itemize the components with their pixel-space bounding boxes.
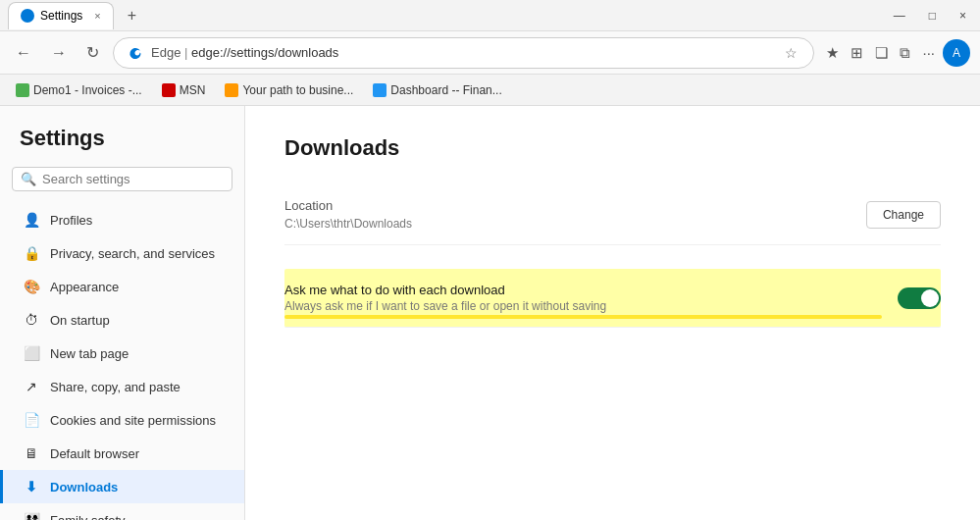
more-menu-icon[interactable]: ···	[918, 40, 939, 65]
search-box[interactable]: 🔍	[12, 167, 232, 191]
toolbar-icons: ★ ⊞ ❏ ⧉ ··· A	[822, 39, 970, 67]
maximize-button[interactable]: □	[923, 7, 942, 25]
titlebar-left: Settings × +	[8, 2, 142, 29]
sidebar-item-cookies[interactable]: 📄Cookies and site permissions	[0, 403, 244, 437]
sidebar-item-label-appearance: Appearance	[50, 280, 119, 294]
location-row: Location C:\Users\thtr\Downloads Change	[284, 184, 941, 245]
address-separator: |	[184, 45, 191, 60]
search-icon: 🔍	[21, 172, 36, 186]
minimize-button[interactable]: —	[888, 7, 911, 25]
sidebar-item-appearance[interactable]: 🎨Appearance	[0, 270, 244, 303]
bookmark-favicon	[162, 83, 176, 97]
profile-avatar[interactable]: A	[943, 39, 970, 67]
bookmark-favicon	[225, 83, 238, 97]
bookmark-item[interactable]: MSN	[154, 80, 214, 100]
cookies-icon: 📄	[23, 411, 40, 429]
edge-logo-icon	[128, 45, 143, 61]
bookmark-favicon	[373, 83, 387, 97]
family-icon: 👨‍👩‍👧	[23, 511, 40, 520]
location-label: Location	[284, 198, 866, 213]
back-button[interactable]: ←	[10, 40, 37, 66]
bookmark-label: Dashboard -- Finan...	[390, 83, 501, 97]
ask-me-toggle[interactable]	[898, 287, 941, 309]
sidebar: Settings 🔍 👤Profiles🔒Privacy, search, an…	[0, 106, 245, 520]
bookmark-item[interactable]: Dashboard -- Finan...	[365, 80, 509, 100]
address-path: settings/downloads	[231, 45, 339, 60]
new-tab-button[interactable]: +	[122, 5, 142, 26]
sidebar-item-label-privacy: Privacy, search, and services	[50, 246, 215, 261]
collections-icon[interactable]: ⊞	[847, 40, 867, 66]
sidebar-item-share[interactable]: ↗Share, copy, and paste	[0, 370, 244, 403]
bookmark-item[interactable]: Your path to busine...	[217, 80, 361, 100]
content-area: Downloads Location C:\Users\thtr\Downloa…	[245, 106, 980, 520]
location-left: Location C:\Users\thtr\Downloads	[284, 198, 866, 231]
sidebar-toggle-icon[interactable]: ❏	[871, 40, 892, 66]
sidebar-item-label-share: Share, copy, and paste	[50, 380, 181, 394]
ask-section: Ask me what to do with each download Alw…	[284, 269, 941, 328]
bookmarks-bar: Demo1 - Invoices -...MSNYour path to bus…	[0, 75, 980, 106]
sidebar-item-profiles[interactable]: 👤Profiles	[0, 203, 244, 236]
address-url: edge://	[191, 45, 231, 60]
star-icon[interactable]: ☆	[783, 43, 799, 63]
sidebar-item-label-cookies: Cookies and site permissions	[50, 413, 216, 428]
tab-close-icon[interactable]: ×	[94, 10, 100, 22]
titlebar: Settings × + — □ ×	[0, 0, 980, 31]
close-button[interactable]: ×	[954, 7, 972, 25]
sidebar-item-newtab[interactable]: ⬜New tab page	[0, 337, 244, 370]
appearance-icon: 🎨	[23, 278, 40, 295]
sidebar-item-privacy[interactable]: 🔒Privacy, search, and services	[0, 236, 244, 270]
addressbar: ← → ↻ Edge | edge://settings/downloads ☆…	[0, 31, 980, 75]
downloads-icon: ⬇	[23, 478, 40, 495]
toggle-container	[898, 287, 941, 309]
sidebar-item-family[interactable]: 👨‍👩‍👧Family safety	[0, 503, 244, 520]
address-box[interactable]: Edge | edge://settings/downloads ☆	[113, 37, 814, 69]
bookmark-item[interactable]: Demo1 - Invoices -...	[8, 80, 150, 100]
highlight-underline	[284, 315, 882, 319]
sidebar-item-label-browser: Default browser	[50, 446, 139, 461]
forward-button[interactable]: →	[45, 40, 73, 66]
sidebar-title: Settings	[0, 114, 244, 167]
profiles-icon: 👤	[23, 211, 40, 229]
tab-title: Settings	[40, 9, 82, 23]
main-container: Settings 🔍 👤Profiles🔒Privacy, search, an…	[0, 106, 980, 520]
location-value: C:\Users\thtr\Downloads	[284, 217, 866, 231]
address-text: Edge | edge://settings/downloads	[151, 45, 775, 60]
ask-me-row: Ask me what to do with each download Alw…	[284, 269, 941, 328]
bookmark-label: Your path to busine...	[242, 83, 353, 97]
settings-tab[interactable]: Settings ×	[8, 2, 114, 29]
ask-me-left: Ask me what to do with each download Alw…	[284, 283, 898, 313]
change-button[interactable]: Change	[866, 201, 941, 229]
favorites-icon[interactable]: ★	[822, 40, 843, 66]
page-title: Downloads	[284, 135, 941, 161]
splitscreen-icon[interactable]: ⧉	[896, 40, 914, 66]
sidebar-items: 👤Profiles🔒Privacy, search, and services🎨…	[0, 203, 244, 520]
location-section: Location C:\Users\thtr\Downloads Change	[284, 184, 941, 245]
sidebar-item-label-family: Family safety	[50, 513, 126, 521]
bookmark-label: MSN	[180, 83, 206, 97]
ask-me-desc: Always ask me if I want to save a file o…	[284, 299, 898, 313]
startup-icon: ⏱	[23, 311, 40, 329]
newtab-icon: ⬜	[23, 344, 40, 362]
sidebar-item-downloads[interactable]: ⬇Downloads	[0, 470, 244, 503]
browser-icon: 🖥	[23, 444, 40, 462]
window-controls: — □ ×	[888, 7, 972, 25]
sidebar-item-label-newtab: New tab page	[50, 346, 129, 361]
sidebar-item-label-profiles: Profiles	[50, 213, 92, 228]
sidebar-item-browser[interactable]: 🖥Default browser	[0, 437, 244, 470]
sidebar-item-label-startup: On startup	[50, 313, 110, 328]
share-icon: ↗	[23, 378, 40, 395]
privacy-icon: 🔒	[23, 244, 40, 262]
tab-favicon	[21, 9, 34, 23]
bookmark-favicon	[16, 83, 29, 97]
search-input[interactable]	[42, 172, 224, 186]
toggle-knob	[921, 289, 939, 307]
sidebar-item-startup[interactable]: ⏱On startup	[0, 303, 244, 337]
ask-me-title: Ask me what to do with each download	[284, 283, 898, 297]
bookmark-label: Demo1 - Invoices -...	[33, 83, 142, 97]
reload-button[interactable]: ↻	[80, 39, 105, 66]
address-scheme: Edge	[151, 45, 181, 60]
sidebar-item-label-downloads: Downloads	[50, 480, 118, 494]
